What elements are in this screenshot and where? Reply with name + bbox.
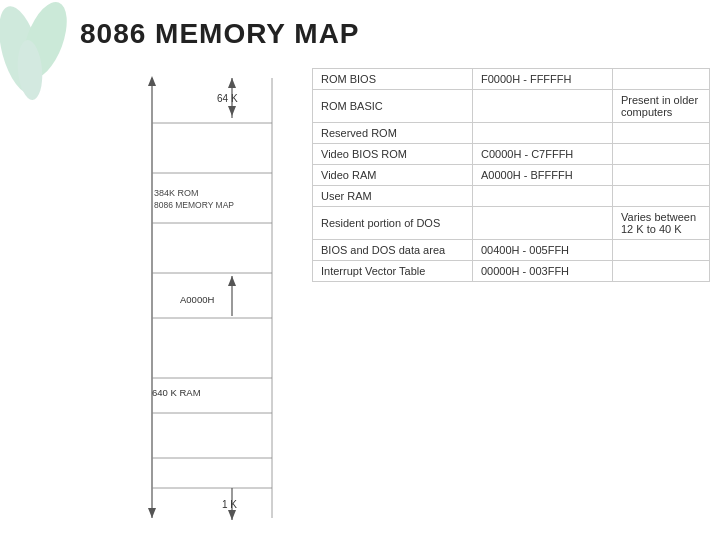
cell-note xyxy=(613,123,710,144)
cell-name: BIOS and DOS data area xyxy=(313,240,473,261)
svg-marker-4 xyxy=(148,76,156,86)
cell-addr: 00000H - 003FFH xyxy=(473,261,613,282)
main-content: 64 K 384K ROM 8086 MEMORY MAP A0000H 640… xyxy=(72,68,710,530)
cell-addr: C0000H - C7FFFH xyxy=(473,144,613,165)
cell-addr xyxy=(473,207,613,240)
cell-addr: A0000H - BFFFFH xyxy=(473,165,613,186)
svg-text:A0000H: A0000H xyxy=(180,294,214,305)
cell-name: Resident portion of DOS xyxy=(313,207,473,240)
table-row: ROM BASIC Present in older computers xyxy=(313,90,710,123)
table-row: Video RAM A0000H - BFFFFH xyxy=(313,165,710,186)
page-title: 8086 MEMORY MAP xyxy=(80,18,360,50)
table-row: User RAM xyxy=(313,186,710,207)
cell-note xyxy=(613,69,710,90)
cell-note xyxy=(613,261,710,282)
svg-text:640 K  RAM: 640 K RAM xyxy=(152,387,201,398)
svg-text:8086 MEMORY MAP: 8086 MEMORY MAP xyxy=(154,200,234,210)
svg-text:1 K: 1 K xyxy=(222,499,237,510)
cell-addr xyxy=(473,123,613,144)
cell-note xyxy=(613,186,710,207)
cell-addr: F0000H - FFFFFH xyxy=(473,69,613,90)
cell-note: Present in older computers xyxy=(613,90,710,123)
cell-name: User RAM xyxy=(313,186,473,207)
cell-name: ROM BIOS xyxy=(313,69,473,90)
table-row: Interrupt Vector Table 00000H - 003FFH xyxy=(313,261,710,282)
table-row: Reserved ROM xyxy=(313,123,710,144)
table-row: Video BIOS ROM C0000H - C7FFFH xyxy=(313,144,710,165)
memory-table: ROM BIOS F0000H - FFFFFH ROM BASIC Prese… xyxy=(312,68,710,530)
cell-name: Interrupt Vector Table xyxy=(313,261,473,282)
cell-name: Reserved ROM xyxy=(313,123,473,144)
svg-text:384K ROM: 384K ROM xyxy=(154,188,199,198)
cell-name: Video RAM xyxy=(313,165,473,186)
table-row: Resident portion of DOS Varies between 1… xyxy=(313,207,710,240)
corner-decoration xyxy=(0,0,70,100)
diagram-svg: 64 K 384K ROM 8086 MEMORY MAP A0000H 640… xyxy=(72,68,312,528)
cell-name: ROM BASIC xyxy=(313,90,473,123)
cell-addr xyxy=(473,90,613,123)
cell-name: Video BIOS ROM xyxy=(313,144,473,165)
table-row: BIOS and DOS data area 00400H - 005FFH xyxy=(313,240,710,261)
cell-addr xyxy=(473,186,613,207)
cell-addr: 00400H - 005FFH xyxy=(473,240,613,261)
table-row: ROM BIOS F0000H - FFFFFH xyxy=(313,69,710,90)
svg-marker-26 xyxy=(228,510,236,520)
svg-marker-24 xyxy=(148,508,156,518)
cell-note xyxy=(613,144,710,165)
cell-note xyxy=(613,165,710,186)
svg-marker-7 xyxy=(228,78,236,88)
cell-note xyxy=(613,240,710,261)
memory-diagram: 64 K 384K ROM 8086 MEMORY MAP A0000H 640… xyxy=(72,68,312,530)
svg-marker-16 xyxy=(228,276,236,286)
svg-text:64 K: 64 K xyxy=(217,93,238,104)
cell-note: Varies between 12 K to 40 K xyxy=(613,207,710,240)
